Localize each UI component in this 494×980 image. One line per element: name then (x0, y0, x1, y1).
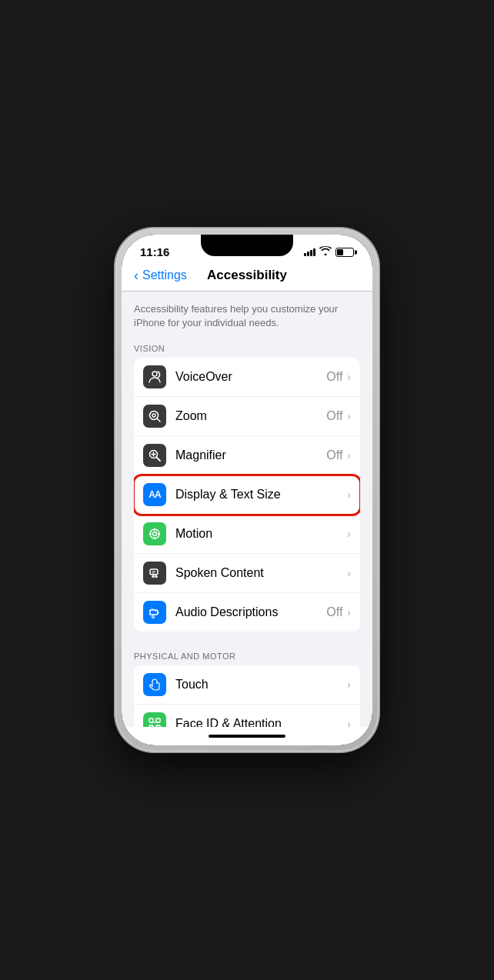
wifi-icon (319, 246, 332, 258)
row-touch[interactable]: Touch › (134, 665, 360, 705)
nav-bar: ‹ Settings Accessibility (122, 262, 372, 292)
audio-descriptions-chevron: › (347, 606, 351, 618)
spoken-content-chevron: › (347, 567, 351, 579)
magnifier-label: Magnifier (175, 448, 326, 462)
row-voiceover[interactable]: VoiceOver Off › (134, 358, 360, 397)
magnifier-icon (143, 444, 166, 467)
section-header-vision: VISION (122, 339, 372, 358)
zoom-chevron: › (347, 410, 351, 422)
signal-bars-icon (304, 248, 315, 256)
svg-point-18 (152, 722, 153, 723)
svg-point-17 (154, 722, 155, 723)
status-icons (304, 246, 354, 258)
svg-point-19 (156, 722, 158, 723)
zoom-label: Zoom (175, 409, 326, 423)
zoom-value: Off (326, 409, 342, 423)
svg-point-9 (153, 532, 157, 536)
display-text-size-chevron: › (347, 488, 351, 501)
svg-point-12 (152, 616, 155, 618)
voiceover-value: Off (326, 370, 342, 384)
home-bar (209, 735, 285, 738)
battery-icon (335, 248, 354, 257)
audio-descriptions-label: Audio Descriptions (175, 605, 326, 619)
row-magnifier[interactable]: Magnifier Off › (134, 436, 360, 475)
face-id-attention-icon (143, 712, 166, 727)
voiceover-icon (143, 365, 166, 388)
display-text-size-icon: AA (143, 483, 166, 506)
motion-icon (143, 522, 166, 545)
phone-frame: 11:16 (115, 228, 379, 752)
battery-fill (337, 249, 343, 255)
back-label: Settings (142, 268, 187, 282)
display-text-size-label: Display & Text Size (175, 488, 342, 502)
motion-chevron: › (347, 528, 351, 540)
svg-line-3 (157, 418, 160, 422)
svg-line-5 (157, 458, 161, 462)
vision-group: VoiceOver Off › Zoom O (134, 358, 360, 632)
phone-inner: 11:16 (122, 235, 372, 745)
status-time: 11:16 (140, 245, 169, 258)
spoken-content-label: Spoken Content (175, 566, 342, 580)
chevron-left-icon: ‹ (134, 268, 139, 284)
voiceover-chevron: › (347, 371, 351, 383)
back-button[interactable]: ‹ Settings (134, 268, 187, 284)
row-audio-descriptions[interactable]: Audio Descriptions Off › (134, 593, 360, 632)
screen: 11:16 (122, 235, 372, 745)
svg-point-0 (152, 372, 157, 376)
spoken-content-icon (143, 562, 166, 585)
page-title: Accessibility (207, 268, 287, 283)
magnifier-chevron: › (347, 449, 351, 462)
touch-chevron: › (347, 678, 351, 691)
face-id-attention-chevron: › (347, 718, 351, 727)
touch-label: Touch (175, 678, 342, 692)
svg-point-2 (152, 414, 155, 417)
row-zoom[interactable]: Zoom Off › (134, 397, 360, 436)
magnifier-value: Off (326, 448, 342, 462)
face-id-attention-label: Face ID & Attention (175, 717, 342, 727)
motion-label: Motion (175, 527, 342, 541)
row-motion[interactable]: Motion › (134, 515, 360, 554)
content-area[interactable]: Accessibility features help you customiz… (122, 292, 372, 727)
audio-descriptions-value: Off (326, 605, 342, 619)
voiceover-label: VoiceOver (175, 370, 326, 384)
zoom-icon (143, 405, 166, 428)
row-spoken-content[interactable]: Spoken Content › (134, 554, 360, 593)
audio-descriptions-icon (143, 601, 166, 624)
description-text: Accessibility features help you customiz… (122, 292, 372, 339)
notch (201, 235, 293, 256)
section-header-physical: PHYSICAL AND MOTOR (122, 647, 372, 665)
row-display-text-size[interactable]: AA Display & Text Size › (134, 475, 360, 515)
touch-icon (143, 673, 166, 696)
physical-motor-group: Touch › (134, 665, 360, 727)
row-face-id-attention[interactable]: Face ID & Attention › (134, 705, 360, 727)
home-indicator[interactable] (122, 727, 372, 745)
